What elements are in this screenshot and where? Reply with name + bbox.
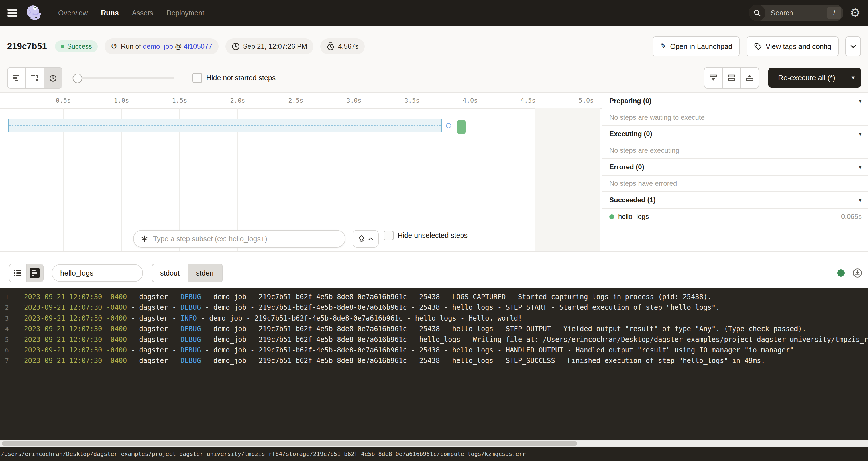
dagster-logo-icon[interactable] — [26, 4, 41, 21]
chevron-down-icon[interactable]: ▾ — [859, 97, 862, 104]
zoom-slider[interactable] — [71, 67, 174, 88]
slider-track — [71, 77, 174, 79]
hide-not-started-control: Hide not started steps — [192, 73, 276, 83]
chevron-down-icon — [850, 44, 856, 49]
stopwatch-icon — [327, 42, 335, 51]
expand-top-icon[interactable] — [740, 67, 758, 88]
log-line: 3 2023-09-21 12:07:30 -0400 - dagster - … — [0, 313, 868, 324]
log-file-path: /Users/erincochran/Desktop/dagster-examp… — [1, 451, 526, 457]
gridline — [586, 108, 586, 252]
slider-knob[interactable] — [73, 73, 82, 83]
graph-query-options-button[interactable] — [352, 230, 379, 248]
log-line: 1 2023-09-21 12:07:30 -0400 - dagster - … — [0, 292, 868, 302]
hamburger-menu-icon[interactable] — [7, 9, 17, 17]
section-header-succeeded[interactable]: Succeeded (1) ▾ — [602, 192, 868, 209]
status-badge: Success — [55, 40, 98, 53]
history-icon: ↺ — [111, 42, 117, 51]
search-placeholder: Search... — [771, 9, 827, 17]
run-span-band — [8, 119, 442, 132]
errored-empty-row: No steps have errored — [602, 176, 868, 192]
chevron-up-icon — [368, 237, 373, 241]
waiting-dashed-line — [9, 125, 441, 126]
section-header-executing[interactable]: Executing (0) ▾ — [602, 126, 868, 143]
job-link[interactable]: demo_job — [143, 42, 173, 50]
pencil-icon: ✎ — [660, 43, 666, 51]
run-header: 219c7b51 Success ↺ Run of demo_job @ 4f1… — [0, 26, 868, 92]
view-flat-icon[interactable] — [8, 67, 25, 88]
view-timed-icon[interactable] — [43, 67, 62, 88]
chevron-down-icon[interactable]: ▾ — [859, 163, 862, 171]
log-capture-status-icon — [837, 269, 845, 277]
nav-item-overview[interactable]: Overview — [58, 9, 88, 17]
gantt-toolbar: Hide not started steps Re-execute all (*… — [7, 67, 861, 88]
hide-not-started-checkbox[interactable] — [192, 73, 202, 83]
main-nav: Overview Runs Assets Deployment — [58, 9, 204, 17]
step-row-hello-logs[interactable]: hello_logs 0.065s — [602, 209, 868, 225]
run-title-row: 219c7b51 Success ↺ Run of demo_job @ 4f1… — [7, 36, 861, 56]
log-line: 4 2023-09-21 12:07:30 -0400 - dagster - … — [0, 324, 868, 334]
reexecute-dropdown-caret[interactable]: ▾ — [845, 74, 861, 82]
axis-tick: 1.5s — [172, 97, 187, 104]
settings-gear-icon[interactable]: ⚙ — [850, 7, 861, 19]
axis-tick: 4.5s — [521, 97, 536, 104]
gridline — [470, 108, 470, 252]
section-header-preparing[interactable]: Preparing (0) ▾ — [602, 93, 868, 110]
layers-icon — [358, 235, 365, 243]
search-icon — [749, 5, 766, 21]
commit-link[interactable]: 4f105077 — [184, 42, 212, 50]
search-input[interactable]: Search... / — [749, 5, 843, 21]
log-view-mode-group — [9, 264, 43, 282]
horizontal-scrollbar[interactable] — [0, 440, 868, 447]
axis-tick: 0.5s — [56, 97, 71, 104]
run-actions-dropdown-button[interactable] — [845, 36, 861, 56]
raw-log-console[interactable]: 1 2023-09-21 12:07:30 -0400 - dagster - … — [0, 288, 868, 440]
gantt-section: 0.5s 1.0s 1.5s 2.0s 2.5s 3.0s 3.5s 4.0s … — [0, 92, 868, 252]
nav-item-assets[interactable]: Assets — [132, 9, 153, 17]
nav-item-deployment[interactable]: Deployment — [166, 9, 204, 17]
axis-tick: 1.0s — [114, 97, 129, 104]
split-view-icon[interactable] — [722, 67, 740, 88]
step-bar-hello-logs[interactable] — [457, 120, 466, 134]
dagster-run-page: Overview Runs Assets Deployment Search..… — [0, 0, 868, 461]
gantt-chart: 0.5s 1.0s 1.5s 2.0s 2.5s 3.0s 3.5s 4.0s … — [0, 93, 602, 252]
success-dot-icon — [61, 45, 64, 49]
download-log-icon[interactable] — [852, 268, 862, 278]
step-duration: 0.065s — [841, 213, 862, 220]
scrollbar-thumb[interactable] — [2, 441, 577, 445]
axis-tick: 2.5s — [288, 97, 304, 104]
view-waterfall-icon[interactable] — [25, 67, 43, 88]
search-shortcut-badge: / — [827, 6, 841, 19]
hide-unselected-control: Hide unselected steps — [383, 230, 468, 241]
panel-layout-group — [704, 67, 759, 89]
chevron-down-icon[interactable]: ▾ — [859, 196, 862, 204]
timestamp-pill: Sep 21, 12:07:26 PM — [225, 38, 314, 54]
reexecute-split-button: Re-execute all (*) ▾ — [768, 68, 861, 88]
structured-log-view-icon[interactable] — [9, 264, 26, 282]
step-subset-input[interactable]: Type a step subset (ex: hello_logs+) — [133, 230, 345, 248]
nav-item-runs[interactable]: Runs — [101, 9, 119, 17]
open-in-launchpad-button[interactable]: ✎ Open in Launchpad — [653, 36, 740, 56]
collapse-bottom-icon[interactable] — [705, 67, 722, 88]
preparing-empty-row: No steps are waiting to execute — [602, 110, 868, 126]
log-step-filter-input[interactable]: hello_logs — [52, 264, 143, 282]
chevron-down-icon[interactable]: ▾ — [859, 130, 862, 137]
axis-tick: 5.0s — [579, 97, 594, 104]
step-start-marker-icon — [446, 123, 451, 128]
run-of-pill: ↺ Run of demo_job @ 4f105077 — [104, 38, 219, 54]
reexecute-all-button[interactable]: Re-execute all (*) — [768, 73, 845, 82]
top-nav-bar: Overview Runs Assets Deployment Search..… — [0, 0, 868, 26]
tab-stdout[interactable]: stdout — [152, 264, 187, 282]
section-header-errored[interactable]: Errored (0) ▾ — [602, 159, 868, 176]
axis-tick: 3.5s — [405, 97, 420, 104]
raw-log-view-icon[interactable] — [26, 264, 43, 282]
log-line: 6 2023-09-21 12:07:30 -0400 - dagster - … — [0, 345, 868, 356]
tab-stderr[interactable]: stderr — [187, 264, 222, 282]
duration-pill: 4.567s — [320, 38, 365, 54]
step-subset-placeholder: Type a step subset (ex: hello_logs+) — [153, 235, 267, 243]
hide-unselected-checkbox[interactable] — [383, 230, 394, 241]
gantt-view-mode-group — [7, 67, 62, 89]
op-selector-icon — [141, 235, 149, 243]
axis-tick: 4.0s — [463, 97, 478, 104]
view-tags-config-button[interactable]: View tags and config — [747, 36, 839, 56]
clock-icon — [232, 42, 240, 51]
